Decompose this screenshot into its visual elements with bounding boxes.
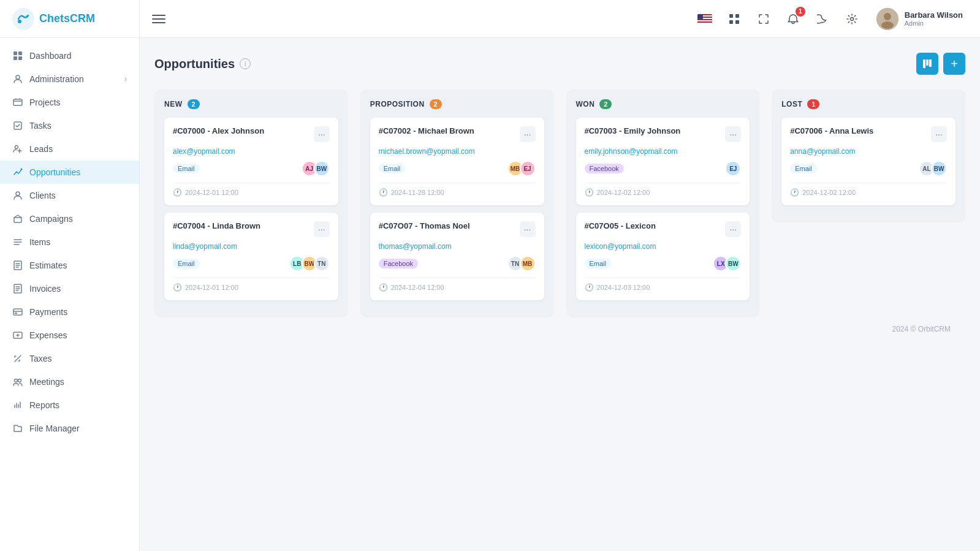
svg-rect-6: [18, 56, 22, 60]
info-icon[interactable]: i: [240, 58, 251, 69]
card-email-c07002: michael.brown@yopmail.com: [379, 147, 536, 156]
items-icon: [12, 237, 23, 248]
sidebar-item-expenses-label: Expenses: [29, 330, 127, 340]
sidebar-item-tasks[interactable]: Tasks: [0, 114, 139, 137]
sidebar-item-administration-label: Administration: [29, 74, 124, 84]
add-opportunity-button[interactable]: +: [943, 53, 965, 75]
user-name: Barbara Wilson: [905, 10, 963, 20]
card-title-c07006: #C07006 - Anna Lewis: [790, 126, 873, 135]
card-menu-c07006[interactable]: ···: [931, 126, 947, 142]
settings-icon[interactable]: [842, 9, 862, 29]
svg-point-10: [15, 146, 18, 149]
estimates-icon: [12, 260, 23, 271]
sidebar-item-opportunities-label: Opportunities: [29, 167, 127, 177]
avatars-c07002: MB EJ: [507, 161, 536, 177]
card-time-c07004: 🕐 2024-12-01 12:00: [173, 278, 330, 292]
sidebar-item-projects-label: Projects: [29, 97, 127, 107]
column-header-proposition: PROPOSITION 2: [370, 99, 544, 109]
column-title-new: NEW: [164, 100, 183, 108]
opportunity-card-c07004[interactable]: #C07004 - Linda Brown ··· linda@yopmail.…: [164, 213, 338, 300]
svg-point-1: [18, 20, 21, 23]
footer-text: 2024 © OrbitCRM: [892, 325, 951, 333]
column-header-lost: LOST 1: [781, 99, 955, 109]
page-actions: +: [916, 53, 965, 75]
opportunity-card-c07006[interactable]: #C07006 - Anna Lewis ··· anna@yopmail.co…: [781, 118, 955, 205]
card-meta-c07005: Email LX BW: [585, 256, 742, 272]
sidebar-item-expenses[interactable]: Expenses: [0, 324, 139, 347]
card-tag-c07005: Email: [585, 259, 612, 268]
sidebar-item-taxes[interactable]: Taxes: [0, 347, 139, 370]
flag-us-icon[interactable]: [695, 9, 715, 29]
sidebar-item-invoices[interactable]: Invoices: [0, 277, 139, 300]
card-menu-c07005[interactable]: ···: [725, 221, 741, 237]
sidebar-item-campaigns[interactable]: Campaigns: [0, 207, 139, 230]
column-badge-lost: 1: [807, 99, 819, 109]
sidebar-item-opportunities[interactable]: Opportunities: [0, 161, 139, 184]
sidebar-item-estimates-label: Estimates: [29, 260, 127, 270]
dashboard-icon: [12, 50, 23, 61]
opportunity-card-c07000[interactable]: #C07000 - Alex Johnson ··· alex@yopmail.…: [164, 118, 338, 205]
avatars-c07004: LB BW TN: [289, 256, 330, 272]
sidebar-item-clients[interactable]: Clients: [0, 184, 139, 207]
datetime-c07002: 2024-11-28 12:00: [391, 189, 444, 196]
invoices-icon: [12, 283, 23, 294]
logo[interactable]: ChetsCRM: [0, 0, 139, 38]
expenses-icon: [12, 330, 23, 341]
svg-rect-22: [729, 20, 733, 24]
sidebar-item-tasks-label: Tasks: [29, 121, 127, 131]
hamburger-menu[interactable]: [152, 15, 165, 23]
card-menu-c07003[interactable]: ···: [725, 126, 741, 142]
svg-rect-23: [735, 20, 739, 24]
notifications-button[interactable]: 1: [783, 9, 803, 29]
card-email-c07007: thomas@yopmail.com: [379, 242, 536, 251]
user-profile-section[interactable]: Barbara Wilson Admin: [872, 6, 968, 32]
card-email-c07003: emily.johnson@yopmail.com: [585, 147, 742, 156]
kanban-column-won: WON 2 #C07003 - Emily Johnson ··· emily.…: [566, 89, 760, 317]
sidebar-item-items[interactable]: Items: [0, 230, 139, 254]
clock-icon-c07006: 🕐: [790, 188, 799, 197]
opportunity-card-c07003[interactable]: #C07003 - Emily Johnson ··· emily.johnso…: [576, 118, 750, 205]
opportunity-card-c07007[interactable]: #C07O07 - Thomas Noel ··· thomas@yopmail…: [370, 213, 544, 300]
card-title-c07005: #C07O05 - Lexicon: [585, 221, 656, 230]
sidebar-item-reports[interactable]: Reports: [0, 393, 139, 417]
card-meta-c07007: Facebook TN MB: [379, 256, 536, 272]
datetime-c07006: 2024-12-02 12:00: [802, 189, 856, 196]
admin-icon: [12, 74, 23, 85]
card-meta-c07006: Email AL BW: [790, 161, 947, 177]
card-menu-c07007[interactable]: ···: [520, 221, 536, 237]
clock-icon-c07004: 🕐: [173, 283, 182, 292]
sidebar-item-file-manager[interactable]: File Manager: [0, 417, 139, 440]
svg-rect-15: [13, 309, 22, 315]
card-menu-c07000[interactable]: ···: [314, 126, 330, 142]
sidebar-item-payments[interactable]: Payments: [0, 300, 139, 324]
datetime-c07004: 2024-12-01 12:00: [185, 284, 238, 291]
avatar-2-c07007: MB: [520, 256, 536, 272]
sidebar-item-meetings[interactable]: Meetings: [0, 370, 139, 393]
card-menu-c07002[interactable]: ···: [520, 126, 536, 142]
sidebar-item-dashboard[interactable]: Dashboard: [0, 44, 139, 67]
card-header-c07002: #C07002 - Michael Brown ···: [379, 126, 536, 142]
dark-mode-toggle[interactable]: [813, 9, 832, 29]
fullscreen-icon[interactable]: [754, 9, 773, 29]
sidebar-item-projects[interactable]: Projects: [0, 91, 139, 114]
sidebar-item-estimates[interactable]: Estimates: [0, 254, 139, 277]
card-tag-c07003: Facebook: [585, 164, 624, 173]
opportunity-card-c07002[interactable]: #C07002 - Michael Brown ··· michael.brow…: [370, 118, 544, 205]
card-email-c07005: lexicon@yopmail.com: [585, 242, 742, 251]
sidebar-item-leads[interactable]: Leads: [0, 137, 139, 161]
main-content: 1 Barbara Wilson Admin Opportun: [140, 0, 980, 551]
avatars-c07007: TN MB: [507, 256, 536, 272]
svg-rect-3: [13, 51, 17, 55]
sidebar-item-administration[interactable]: Administration ›: [0, 67, 139, 91]
kanban-view-button[interactable]: [916, 53, 938, 75]
projects-icon: [12, 97, 23, 108]
kanban-board: NEW 2 #C07000 - Alex Johnson ··· alex@yo…: [154, 89, 965, 317]
opportunity-card-c07005[interactable]: #C07O05 - Lexicon ··· lexicon@yopmail.co…: [576, 213, 750, 300]
card-tag-c07007: Facebook: [379, 259, 418, 268]
avatars-c07000: AJ BW: [302, 161, 330, 177]
leads-icon: [12, 143, 23, 154]
sidebar-item-taxes-label: Taxes: [29, 354, 127, 363]
kanban-column-proposition: PROPOSITION 2 #C07002 - Michael Brown ··…: [360, 89, 554, 317]
grid-apps-icon[interactable]: [724, 9, 744, 29]
card-menu-c07004[interactable]: ···: [314, 221, 330, 237]
